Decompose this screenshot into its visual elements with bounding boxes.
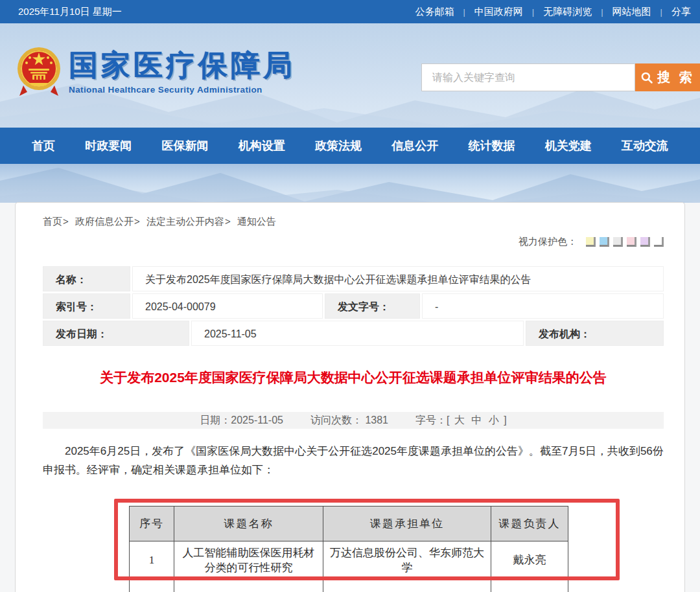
nav-item-insurance-news[interactable]: 医保新闻: [162, 138, 209, 154]
doc-name-value: 关于发布2025年度国家医疗保障局大数据中心公开征选课题承担单位评审结果的公告: [132, 266, 664, 291]
eye-color-pink[interactable]: [627, 237, 636, 247]
doc-index-label: 索引号：: [43, 293, 130, 319]
article-meta-bar: 日期：2025-11-05 访问次数： 1381 字号：[ 大 中 小 ]: [43, 412, 664, 429]
search-button[interactable]: 搜 索: [635, 63, 700, 91]
topbar-links: 公务邮箱 | 中国政府网 | 无障碍浏览 | 网站地图 | 分享: [415, 6, 691, 18]
cell-topic-name: [174, 579, 323, 592]
eye-color-default[interactable]: [654, 237, 664, 247]
cell-topic-leader: 戴永亮: [491, 541, 568, 579]
result-table-zone: 序号 课题名称 课题承担单位 课题负责人 1 人工智能辅助医保医用耗材分类的可行…: [43, 503, 664, 592]
font-size-small[interactable]: 小: [489, 415, 499, 426]
eye-protection-row: 视力保护色：: [43, 236, 664, 248]
content-panel: 首页> 政府信息公开> 法定主动公开内容> 通知公告 视力保护色： 名称： 关于…: [15, 202, 685, 592]
breadcrumb-separator: >: [63, 216, 69, 227]
page: 2025年11月10日 星期一 公务邮箱 | 中国政府网 | 无障碍浏览 | 网…: [0, 0, 700, 592]
eye-protection-label: 视力保护色：: [519, 236, 577, 248]
nav-item-organization[interactable]: 机构设置: [239, 138, 285, 154]
link-accessibility[interactable]: 无障碍浏览: [543, 6, 592, 18]
search-icon: [640, 71, 653, 84]
breadcrumb-notices[interactable]: 通知公告: [237, 216, 276, 227]
cell-topic-leader: [491, 579, 568, 592]
breadcrumb-gov-info[interactable]: 政府信息公开: [75, 216, 134, 227]
nav-item-info-disclosure[interactable]: 信息公开: [391, 138, 438, 154]
top-utility-bar: 2025年11月10日 星期一 公务邮箱 | 中国政府网 | 无障碍浏览 | 网…: [0, 0, 700, 23]
nav-item-policies[interactable]: 政策法规: [315, 138, 362, 154]
site-subtitle-en: National Healthcare Security Administrat…: [69, 85, 296, 95]
eye-color-blue[interactable]: [600, 237, 609, 247]
header-serial: 序号: [130, 507, 174, 541]
hero-banner: [0, 164, 700, 203]
header-undertaking-unit: 课题承担单位: [323, 507, 491, 541]
result-table: 序号 课题名称 课题承担单位 课题负责人 1 人工智能辅助医保医用耗材分类的可行…: [129, 506, 568, 592]
article-paragraph: 2025年6月25日，发布了《国家医保局大数据中心关于公开征选2025年度课题承…: [43, 442, 664, 479]
search-button-label: 搜 索: [657, 69, 695, 86]
eye-color-purple[interactable]: [640, 237, 650, 247]
masthead: 国家医疗保障局 National Healthcare Security Adm…: [0, 23, 700, 128]
article-title: 关于发布2025年度国家医疗保障局大数据中心公开征选课题承担单位评审结果的公告: [43, 368, 664, 387]
link-share[interactable]: 分享: [671, 6, 691, 18]
doc-number-value: -: [422, 293, 664, 319]
link-china-gov[interactable]: 中国政府网: [474, 6, 523, 18]
cell-serial: [130, 579, 174, 592]
cell-undertaking-unit-clipped: 某某某某某某某某某某: [323, 579, 491, 592]
link-separator: |: [463, 7, 465, 17]
doc-name-label: 名称：: [43, 266, 130, 291]
font-size-medium[interactable]: 中: [471, 415, 482, 426]
breadcrumb: 首页> 政府信息公开> 法定主动公开内容> 通知公告: [43, 216, 664, 228]
nav-item-home[interactable]: 首页: [32, 138, 55, 154]
table-row: 1 人工智能辅助医保医用耗材分类的可行性研究 万达信息股份公司、华东师范大学 戴…: [130, 541, 568, 579]
publish-date-value: 2025-11-05: [191, 321, 524, 346]
link-separator: |: [601, 7, 603, 17]
site-brand[interactable]: 国家医疗保障局 National Healthcare Security Adm…: [17, 47, 296, 97]
document-info-table: 名称： 关于发布2025年度国家医疗保障局大数据中心公开征选课题承担单位评审结果…: [43, 266, 664, 346]
nav-item-interaction[interactable]: 互动交流: [622, 138, 668, 154]
doc-index-value: 2025-04-00079: [132, 293, 323, 319]
breadcrumb-separator: >: [225, 216, 231, 227]
doc-number-label: 发文字号：: [325, 293, 420, 319]
site-title: 国家医疗保障局: [69, 51, 296, 81]
nav-item-statistics[interactable]: 统计数据: [468, 138, 515, 154]
eye-color-gray[interactable]: [613, 237, 623, 247]
breadcrumb-statutory-disclosure[interactable]: 法定主动公开内容: [146, 216, 224, 227]
table-row-clipped: 某某某某某某某某某某: [130, 579, 568, 592]
site-search: 搜 索: [421, 63, 700, 91]
breadcrumb-home[interactable]: 首页: [43, 216, 62, 227]
link-separator: |: [532, 7, 534, 17]
nav-item-politics-news[interactable]: 时政要闻: [85, 138, 132, 154]
table-header-row: 序号 课题名称 课题承担单位 课题负责人: [130, 507, 568, 541]
link-gov-mail[interactable]: 公务邮箱: [415, 6, 454, 18]
breadcrumb-separator: >: [134, 216, 140, 227]
font-size-control: 字号：[ 大 中 小 ]: [415, 414, 507, 427]
publish-org-label: 发布机构：: [526, 321, 664, 346]
brand-text: 国家医疗保障局 National Healthcare Security Adm…: [69, 47, 296, 95]
national-emblem-logo: [17, 47, 61, 97]
link-sitemap[interactable]: 网站地图: [612, 6, 651, 18]
current-date: 2025年11月10日 星期一: [18, 6, 122, 18]
publish-date-label: 发布日期：: [43, 321, 189, 346]
main-navigation: 首页 时政要闻 医保新闻 机构设置 政策法规 信息公开 统计数据 机关党建 互动…: [0, 128, 700, 164]
cell-serial: 1: [130, 541, 174, 579]
cell-undertaking-unit: 万达信息股份公司、华东师范大学: [323, 541, 491, 579]
cell-topic-name: 人工智能辅助医保医用耗材分类的可行性研究: [174, 541, 323, 579]
nav-item-party-building[interactable]: 机关党建: [545, 138, 592, 154]
search-input[interactable]: [421, 63, 635, 91]
article-visits: 访问次数： 1381: [310, 414, 388, 427]
article-date: 日期：2025-11-05: [200, 414, 283, 427]
link-separator: |: [660, 7, 662, 17]
font-size-large[interactable]: 大: [454, 415, 465, 426]
mountain-background: [0, 164, 700, 203]
header-topic-name: 课题名称: [174, 507, 323, 541]
eye-color-yellow[interactable]: [586, 237, 596, 247]
header-topic-leader: 课题负责人: [491, 507, 568, 541]
